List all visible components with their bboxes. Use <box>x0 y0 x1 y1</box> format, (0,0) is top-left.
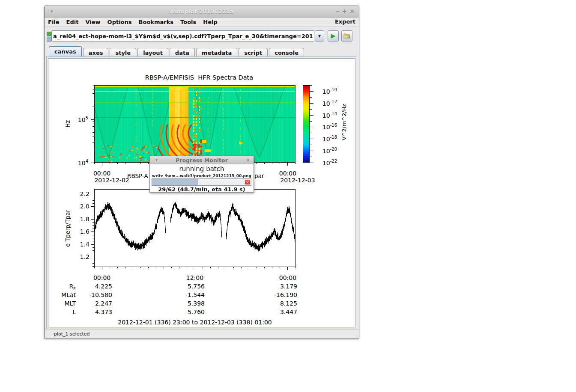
menu-item-options[interactable]: Options <box>104 18 135 26</box>
menu-item-file[interactable]: File <box>45 18 63 26</box>
menu-items: FileEditViewOptionsBookmarksToolsHelp <box>45 18 221 26</box>
maximize-button[interactable]: + <box>342 8 347 15</box>
menu-item-help[interactable]: Help <box>200 18 221 26</box>
close-button[interactable]: × <box>349 8 355 15</box>
status-text: plot_1 selected <box>54 331 90 337</box>
datasource-blue-square-icon <box>47 37 51 42</box>
progress-detail-label: write /hom...walk3/product_20121215_00.p… <box>150 174 254 178</box>
spec-xtick-date: 2012-12-02 <box>86 177 137 184</box>
spec-ytick-label: 104 <box>67 159 88 166</box>
ephemeris-value: 5.756 <box>158 283 205 290</box>
plot2-xtick-label: 12:00 <box>169 274 221 281</box>
tab-script[interactable]: script <box>239 48 268 57</box>
colorbar-axis-label: V^2/m^2/Hz <box>340 101 348 143</box>
progress-bar-fill <box>152 179 198 185</box>
url-dropdown-button[interactable]: ▼ <box>315 30 324 42</box>
colorbar-tick-label: 10-20 <box>315 147 337 154</box>
ephemeris-value: -1.544 <box>158 291 205 298</box>
datasource-type-icon[interactable] <box>46 32 51 41</box>
timerange-label: 2012-12-01 (336) 23:00 to 2012-12-03 (33… <box>88 319 302 326</box>
progress-task-label: running batch <box>150 165 254 173</box>
plot2-xtick-label: 00:00 <box>262 274 313 281</box>
menu-item-bookmarks[interactable]: Bookmarks <box>135 18 177 26</box>
tab-style[interactable]: style <box>110 48 136 57</box>
plot1-title: RBSP-A/EMFISIS HFR Spectra Data <box>109 74 289 81</box>
titlebar[interactable]: ▾ Autoplot 20190221a – + × <box>45 6 359 18</box>
tab-data[interactable]: data <box>170 48 195 57</box>
tab-canvas[interactable]: canvas <box>49 46 82 56</box>
plot2-ytick-label: 2.2 <box>66 190 90 197</box>
ephemeris-value: 8.125 <box>250 300 297 307</box>
spec-xtick-date: 2012-12-03 <box>272 177 323 184</box>
progress-status-label: 29/62 (48.7/min, eta 41.9 s) <box>150 186 254 193</box>
tab-console[interactable]: console <box>269 48 304 57</box>
canvas-panel: RBSP-A/EMFISIS HFR Spectra Data Hz V^2/m… <box>46 56 357 329</box>
progress-cancel-button[interactable]: × <box>245 179 251 185</box>
open-file-icon <box>343 33 351 39</box>
ephemeris-value: 4.225 <box>65 283 112 290</box>
ephemeris-value: 5.760 <box>158 309 205 315</box>
window-title: Autoplot 20190221a <box>45 8 359 15</box>
colorbar[interactable] <box>303 85 315 163</box>
plot2-ytick-label: 1.8 <box>66 216 90 223</box>
ephemeris-value: 3.179 <box>250 283 297 290</box>
menu-item-edit[interactable]: Edit <box>63 18 82 26</box>
plot2-ytick-label: 1.6 <box>66 228 90 235</box>
tab-axes[interactable]: axes <box>83 48 109 57</box>
spec-xtick-time: 00:00 <box>76 170 128 177</box>
menubar: FileEditViewOptionsBookmarksToolsHelp Ex… <box>45 18 359 27</box>
plot2-ytick-label: 2.0 <box>66 203 90 210</box>
toolbar: ▼ ▶ <box>45 27 359 45</box>
menu-item-view[interactable]: View <box>82 18 104 26</box>
ephemeris-value: 2.247 <box>65 300 112 307</box>
minimize-button[interactable]: – <box>336 8 339 15</box>
tab-layout[interactable]: layout <box>137 48 168 57</box>
datasource-green-square-icon <box>47 32 51 36</box>
progress-dialog[interactable]: ▾ Progress Monitor × running batch write… <box>149 156 254 193</box>
ephemeris-value: 5.398 <box>158 300 205 307</box>
url-input[interactable] <box>51 30 314 42</box>
colorbar-tick-label: 10-10 <box>315 87 337 95</box>
play-icon: ▶ <box>331 33 335 39</box>
plot2-ytick-label: 1.4 <box>66 241 90 248</box>
colorbar-tick-label: 10-22 <box>315 159 337 166</box>
plot-canvas[interactable]: RBSP-A/EMFISIS HFR Spectra Data Hz V^2/m… <box>48 58 355 327</box>
colorbar-tick-label: 10-16 <box>315 123 337 131</box>
colorbar-tick-label: 10-12 <box>315 99 337 107</box>
open-file-button[interactable] <box>341 30 352 42</box>
plot2-xtick-label: 00:00 <box>76 274 128 281</box>
ephemeris-value: 4.373 <box>65 309 112 315</box>
ephemeris-value: 3.447 <box>250 309 297 315</box>
statusbar: plot_1 selected <box>45 329 359 339</box>
spec-ytick-label: 105 <box>67 116 88 123</box>
tab-metadata[interactable]: metadata <box>196 48 237 57</box>
progress-bar: × <box>152 178 251 186</box>
plot2-ytick-label: 1.2 <box>66 253 90 260</box>
dialog-title: Progress Monitor <box>150 157 254 163</box>
autoplot-window: ▾ Autoplot 20190221a – + × FileEditViewO… <box>44 6 359 339</box>
timeseries-plot[interactable] <box>89 189 295 272</box>
desktop: { "window": { "title": "Autoplot 2019022… <box>0 0 576 392</box>
ephemeris-value: -16.190 <box>250 291 297 298</box>
tab-bar: canvasaxesstylelayoutdatametadatascriptc… <box>49 45 305 56</box>
dialog-titlebar[interactable]: ▾ Progress Monitor × <box>150 156 254 164</box>
colorbar-tick-label: 10-14 <box>315 111 337 119</box>
colorbar-tick-label: 10-18 <box>315 135 337 143</box>
dialog-close-button[interactable]: × <box>246 157 250 163</box>
go-button[interactable]: ▶ <box>328 30 339 42</box>
menu-item-tools[interactable]: Tools <box>177 18 200 26</box>
spec-xtick-time: 00:00 <box>262 170 313 177</box>
expert-toggle[interactable]: Expert <box>335 18 355 25</box>
dropdown-arrow-icon: ▼ <box>318 34 321 38</box>
ephemeris-value: -10.580 <box>65 291 112 298</box>
